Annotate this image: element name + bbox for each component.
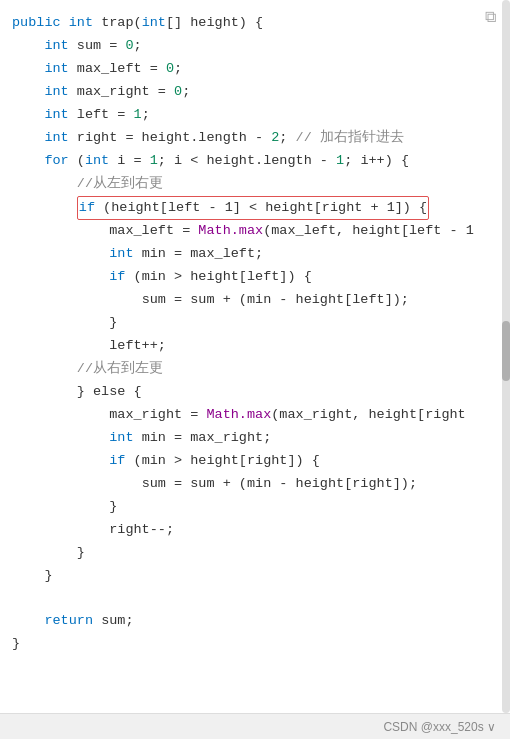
code-line: public int trap(int[] height) { bbox=[12, 12, 470, 35]
code-line: return sum; bbox=[12, 610, 470, 633]
code-line: } bbox=[12, 542, 470, 565]
code-line: } bbox=[12, 496, 470, 519]
code-line: max_left = Math.max(max_left, height[lef… bbox=[12, 220, 470, 243]
code-line: int left = 1; bbox=[12, 104, 470, 127]
footer: CSDN @xxx_520s ∨ bbox=[0, 713, 510, 739]
code-line: } bbox=[12, 565, 470, 588]
code-line: if (min > height[left]) { bbox=[12, 266, 470, 289]
code-line: left++; bbox=[12, 335, 470, 358]
code-line: if (min > height[right]) { bbox=[12, 450, 470, 473]
code-line: int max_left = 0; bbox=[12, 58, 470, 81]
code-line: if (height[left - 1] < height[right + 1]… bbox=[12, 196, 470, 221]
code-line: } else { bbox=[12, 381, 470, 404]
code-line: int min = max_left; bbox=[12, 243, 470, 266]
scrollbar[interactable] bbox=[502, 0, 510, 713]
code-line: right--; bbox=[12, 519, 470, 542]
code-line: int sum = 0; bbox=[12, 35, 470, 58]
highlighted-line: if (height[left - 1] < height[right + 1]… bbox=[77, 196, 429, 221]
code-line: //从左到右更 bbox=[12, 173, 470, 196]
code-line: } bbox=[12, 312, 470, 335]
code-line: sum = sum + (min - height[right]); bbox=[12, 473, 470, 496]
scrollbar-thumb[interactable] bbox=[502, 321, 510, 381]
code-block: public int trap(int[] height) { int sum … bbox=[0, 8, 510, 660]
code-line: //从右到左更 bbox=[12, 358, 470, 381]
code-line: for (int i = 1; i < height.length - 1; i… bbox=[12, 150, 470, 173]
code-line: int max_right = 0; bbox=[12, 81, 470, 104]
code-container: ⧉ public int trap(int[] height) { int su… bbox=[0, 0, 510, 713]
code-line: sum = sum + (min - height[left]); bbox=[12, 289, 470, 312]
code-line: int min = max_right; bbox=[12, 427, 470, 450]
code-line: int right = height.length - 2; // 加右指针进去 bbox=[12, 127, 470, 150]
watermark: CSDN @xxx_520s ∨ bbox=[383, 720, 496, 734]
copy-icon[interactable]: ⧉ bbox=[485, 8, 496, 27]
code-line: max_right = Math.max(max_right, height[r… bbox=[12, 404, 470, 427]
code-line bbox=[12, 587, 470, 610]
code-line: } bbox=[12, 633, 470, 656]
